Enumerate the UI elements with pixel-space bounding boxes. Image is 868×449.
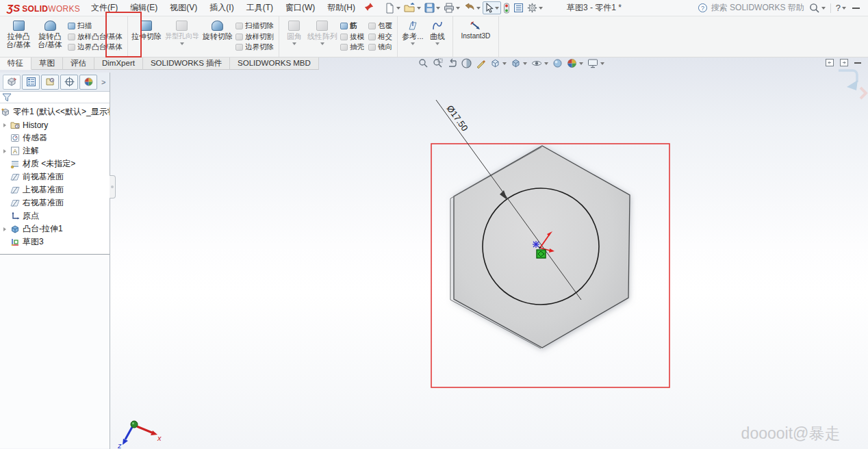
propertymanager-tab[interactable] xyxy=(22,75,40,90)
save-caret[interactable] xyxy=(436,7,440,10)
swept-cut-button[interactable]: 扫描切除 xyxy=(235,21,274,31)
tab-evaluate[interactable]: 评估 xyxy=(63,57,94,70)
tree-item-origin[interactable]: 原点 xyxy=(0,209,110,222)
hide-show-items-button[interactable] xyxy=(531,58,549,68)
restore-pane-right-icon[interactable] xyxy=(840,59,848,66)
new-file-button[interactable] xyxy=(383,2,402,14)
save-button[interactable] xyxy=(423,2,442,14)
linear-pattern-button[interactable]: 线性阵列 xyxy=(307,18,338,55)
curves-caret[interactable] xyxy=(435,42,439,45)
open-file-button[interactable] xyxy=(403,2,422,14)
draft-button[interactable]: 拔模 xyxy=(340,31,364,42)
select-tool-button[interactable] xyxy=(483,1,501,14)
apply-scene-caret[interactable] xyxy=(579,62,583,65)
expand-arrow[interactable] xyxy=(0,123,10,127)
hole-wizard-button[interactable]: 异型孔向导 xyxy=(162,18,202,55)
fillet-caret[interactable] xyxy=(292,42,296,45)
tab-features[interactable]: 特征 xyxy=(0,57,31,70)
menu-insert[interactable]: 插入(I) xyxy=(203,0,240,16)
shell-button[interactable]: 抽壳 xyxy=(340,42,364,53)
hide-show-caret[interactable] xyxy=(544,62,548,65)
print-caret[interactable] xyxy=(456,7,460,10)
expand-arrow[interactable] xyxy=(0,149,10,153)
revolved-cut-button[interactable]: 旋转切除 xyxy=(202,18,233,55)
search-input[interactable]: 搜索 SOLIDWORKS 帮助 xyxy=(711,2,804,14)
tree-root-part[interactable]: 零件1 (默认<<默认>_显示状态 xyxy=(0,105,110,118)
options-gear-button[interactable] xyxy=(526,2,544,14)
dynamic-annotation-button[interactable] xyxy=(475,58,487,68)
help-caret[interactable] xyxy=(842,7,846,10)
tree-item-material[interactable]: 材质 <未指定> xyxy=(0,157,110,170)
file-properties-button[interactable] xyxy=(512,2,525,14)
minimize-viewport-icon[interactable] xyxy=(854,62,861,64)
tree-item-history[interactable]: History xyxy=(0,118,110,131)
curves-button[interactable]: 曲线 xyxy=(425,18,450,55)
extruded-boss-button[interactable]: 拉伸凸台/基体 xyxy=(3,18,34,55)
cancel-sketch-ghost-icon[interactable] xyxy=(860,88,866,99)
rib-button[interactable]: 筋 xyxy=(340,21,364,31)
new-file-caret[interactable] xyxy=(396,7,400,10)
zoom-to-fit-button[interactable] xyxy=(418,58,429,68)
tree-item-right-plane[interactable]: 右视基准面 xyxy=(0,196,110,209)
edit-appearance-button[interactable] xyxy=(552,58,563,68)
previous-view-button[interactable] xyxy=(446,58,458,68)
zoom-to-area-button[interactable] xyxy=(432,58,444,68)
restore-pane-left-icon[interactable] xyxy=(826,59,834,66)
search-caret[interactable] xyxy=(821,7,826,10)
tree-item-sensors[interactable]: 传感器 xyxy=(0,131,110,144)
undo-button[interactable] xyxy=(462,2,482,14)
select-tool-caret[interactable] xyxy=(495,7,499,10)
graphics-viewport[interactable]: Ø17.50 x xyxy=(0,57,868,449)
undo-caret[interactable] xyxy=(476,7,481,10)
dimension-text[interactable]: Ø17.50 xyxy=(445,103,470,133)
menu-window[interactable]: 窗口(W) xyxy=(279,0,321,16)
menu-help[interactable]: 帮助(H) xyxy=(321,0,361,16)
intersect-button[interactable]: 相交 xyxy=(368,31,392,42)
pin-menu-icon[interactable] xyxy=(364,2,374,14)
boundary-cut-button[interactable]: 边界切除 xyxy=(235,42,274,53)
menu-view[interactable]: 视图(V) xyxy=(164,0,203,16)
help-menu-button[interactable]: ? xyxy=(834,2,847,14)
tab-solidworks-addins[interactable]: SOLIDWORKS 插件 xyxy=(143,57,230,70)
panel-splitter-handle[interactable] xyxy=(110,175,116,198)
dimxpertmanager-tab[interactable] xyxy=(60,75,78,90)
hole-wizard-caret[interactable] xyxy=(180,42,184,45)
tree-item-boss-extrude1[interactable]: 凸台-拉伸1 xyxy=(0,222,110,235)
linear-pattern-caret[interactable] xyxy=(320,42,324,45)
instant3d-button[interactable]: Instant3D xyxy=(456,18,496,55)
section-view-button[interactable] xyxy=(461,58,472,68)
rebuild-button[interactable] xyxy=(502,2,511,14)
mirror-button[interactable]: 镜向 xyxy=(368,42,392,53)
reference-geometry-button[interactable]: 参考... xyxy=(400,18,425,55)
menu-tools[interactable]: 工具(T) xyxy=(240,0,279,16)
tab-dimxpert[interactable]: DimXpert xyxy=(94,57,143,70)
tree-item-front-plane[interactable]: 前视基准面 xyxy=(0,170,110,183)
open-file-caret[interactable] xyxy=(417,7,421,10)
view-settings-caret[interactable] xyxy=(600,62,604,65)
search-button[interactable] xyxy=(808,2,827,14)
confirmation-corner[interactable] xyxy=(839,70,866,99)
lofted-cut-button[interactable]: 放样切割 xyxy=(235,31,274,42)
tree-filter-row[interactable] xyxy=(0,92,110,103)
options-caret[interactable] xyxy=(539,7,543,10)
view-orientation-caret[interactable] xyxy=(502,62,507,65)
fillet-button[interactable]: 圆角 xyxy=(282,18,307,55)
view-settings-button[interactable] xyxy=(587,58,605,68)
expand-arrow[interactable] xyxy=(0,227,10,231)
tree-item-annotations[interactable]: A 注解 xyxy=(0,144,110,157)
minimize-app-icon[interactable] xyxy=(852,8,860,9)
display-style-button[interactable] xyxy=(510,58,528,68)
display-style-caret[interactable] xyxy=(523,62,527,65)
featuremanager-tab[interactable] xyxy=(3,75,21,90)
print-button[interactable] xyxy=(442,2,461,14)
configurationmanager-tab[interactable] xyxy=(41,75,59,90)
revolved-boss-button[interactable]: 旋转凸台/基体 xyxy=(34,18,66,55)
displaymanager-tab[interactable] xyxy=(79,75,97,90)
wrap-button[interactable]: 包覆 xyxy=(368,21,392,31)
panel-expand-icon[interactable]: > xyxy=(101,78,105,86)
tab-solidworks-mbd[interactable]: SOLIDWORKS MBD xyxy=(230,57,319,70)
apply-scene-button[interactable] xyxy=(566,58,584,68)
tab-sketch[interactable]: 草图 xyxy=(31,57,63,70)
view-orientation-button[interactable] xyxy=(489,58,507,68)
reference-geometry-caret[interactable] xyxy=(411,42,415,45)
